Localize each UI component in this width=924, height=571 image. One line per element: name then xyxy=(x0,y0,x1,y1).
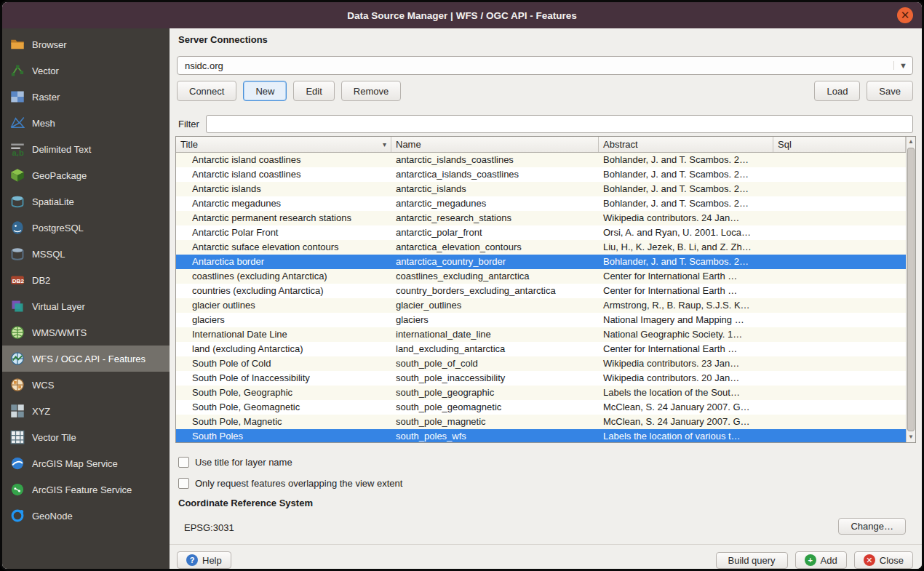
cell-name: antarctic_polar_front xyxy=(391,225,599,240)
cell-abstract: Center for International Earth … xyxy=(599,269,773,284)
window-close-button[interactable]: ✕ xyxy=(897,7,913,23)
data-source-manager-window: Data Source Manager | WFS / OGC API - Fe… xyxy=(0,0,924,571)
load-button[interactable]: Load xyxy=(814,81,860,101)
table-row[interactable]: coastlines (excluding Antarctica) coastl… xyxy=(176,269,906,284)
edit-button[interactable]: Edit xyxy=(293,81,334,101)
filter-label: Filter xyxy=(178,119,199,129)
scrollbar-thumb[interactable] xyxy=(907,148,915,431)
browser-icon xyxy=(9,36,25,52)
sidebar-item-arcgis-feature-service[interactable]: ArcGIS Feature Service xyxy=(2,476,170,503)
sidebar-item-spatialite[interactable]: SpatiaLite xyxy=(2,188,170,215)
table-row[interactable]: Antarctic island coastlines antarctic_is… xyxy=(176,153,906,167)
table-row[interactable]: Antarctic megadunes antarctic_megadunes … xyxy=(176,196,906,211)
connection-selected-value: nsidc.org xyxy=(178,60,893,71)
table-row[interactable]: Antarctic suface elevation contours anta… xyxy=(176,240,906,255)
sidebar-item-wms-wmts[interactable]: WMS/WMTS xyxy=(2,319,170,346)
connection-buttons-row: Connect New Edit Remove Load Save xyxy=(177,81,913,101)
sidebar-item-raster[interactable]: Raster xyxy=(2,84,170,110)
table-row[interactable]: land (excluding Antarctica) land_excludi… xyxy=(176,342,906,356)
sidebar-item-mesh[interactable]: Mesh xyxy=(2,110,170,136)
table-row[interactable]: countries (excluding Antarctica) country… xyxy=(176,284,906,298)
table-row[interactable]: South Pole of Cold south_pole_of_cold Wi… xyxy=(176,356,906,371)
sidebar-item-delimited-text[interactable]: a,b Delimited Text xyxy=(2,136,170,162)
help-button[interactable]: ? Help xyxy=(177,551,231,569)
table-row[interactable]: South Pole, Geomagnetic south_pole_geoma… xyxy=(176,400,906,415)
save-button[interactable]: Save xyxy=(867,81,913,101)
filter-input[interactable] xyxy=(206,115,913,133)
scroll-up-icon[interactable]: ▲ xyxy=(907,137,915,147)
layers-table-body: Antarctic island coastlines antarctic_is… xyxy=(176,153,906,442)
cell-name: international_date_line xyxy=(391,327,599,342)
cell-sql xyxy=(773,255,906,269)
table-row[interactable]: Antarctic Polar Front antarctic_polar_fr… xyxy=(176,225,906,240)
sidebar-item-vector[interactable]: Vector xyxy=(2,57,170,84)
sidebar-item-xyz[interactable]: XYZ xyxy=(2,398,170,424)
cell-sql xyxy=(773,153,906,167)
cell-name: south_pole_geomagnetic xyxy=(391,400,599,415)
sidebar-item-label: Virtual Layer xyxy=(32,301,85,312)
sidebar-item-geonode[interactable]: GeoNode xyxy=(2,503,170,529)
geonode-icon xyxy=(9,508,25,524)
connection-select[interactable]: nsidc.org ▼ xyxy=(177,56,913,75)
table-row[interactable]: glacier outlines glacier_outlines Armstr… xyxy=(176,298,906,313)
sidebar-item-label: Raster xyxy=(32,92,60,103)
cell-name: antarctic_research_stations xyxy=(391,211,599,225)
sidebar-item-browser[interactable]: Browser xyxy=(2,31,170,57)
overlap-extent-checkbox[interactable] xyxy=(178,478,189,489)
cell-sql xyxy=(773,284,906,298)
new-button[interactable]: New xyxy=(243,81,287,101)
svg-text:a,b: a,b xyxy=(12,148,24,156)
sidebar-item-wcs[interactable]: WCS xyxy=(2,372,170,398)
sidebar-item-db2[interactable]: DB2 DB2 xyxy=(2,267,170,293)
crs-change-button[interactable]: Change… xyxy=(838,518,906,535)
sidebar-item-vector-tile[interactable]: Vector Tile xyxy=(2,424,170,450)
table-row[interactable]: South Pole, Magnetic south_pole_magnetic… xyxy=(176,415,906,429)
cell-title: land (excluding Antarctica) xyxy=(176,342,391,356)
sidebar-item-label: MSSQL xyxy=(32,249,65,260)
footer-bar: ? Help Build query + Add ✕ Close xyxy=(177,550,913,570)
table-row[interactable]: International Date Line international_da… xyxy=(176,327,906,342)
sidebar-item-postgresql[interactable]: PostgreSQL xyxy=(2,215,170,241)
cell-abstract: Bohlander, J. and T. Scambos. 2… xyxy=(599,182,773,196)
vector-icon xyxy=(9,63,25,79)
table-row[interactable]: glaciers glaciers National Imagery and M… xyxy=(176,313,906,327)
cell-title: South Pole of Cold xyxy=(176,356,391,371)
cell-abstract: Labels the location of the Sout… xyxy=(599,386,773,400)
build-query-button[interactable]: Build query xyxy=(716,552,788,569)
cell-name: south_pole_magnetic xyxy=(391,415,599,429)
connect-button[interactable]: Connect xyxy=(177,81,236,101)
sidebar: Browser Vector Raster Mesh a,b Delimited… xyxy=(2,28,170,569)
column-header-title[interactable]: Title ▾ xyxy=(176,137,391,152)
table-row[interactable]: Antarctic permanent research stations an… xyxy=(176,211,906,225)
use-title-checkbox[interactable] xyxy=(178,457,189,468)
column-header-sql[interactable]: Sql xyxy=(773,137,906,152)
column-header-name[interactable]: Name xyxy=(391,137,599,152)
vertical-scrollbar[interactable]: ▲ ▼ xyxy=(906,137,915,442)
table-row[interactable]: South Pole of Inaccessibility south_pole… xyxy=(176,371,906,386)
cell-abstract: Wikipedia contributors. 23 Jan… xyxy=(599,356,773,371)
add-button[interactable]: + Add xyxy=(795,551,847,569)
sidebar-item-label: GeoNode xyxy=(32,511,73,522)
table-row[interactable]: Antarctic island coastlines antarctica_i… xyxy=(176,167,906,182)
close-button[interactable]: ✕ Close xyxy=(854,551,913,569)
overlap-extent-label: Only request features overlapping the vi… xyxy=(195,478,402,489)
cell-title: glacier outlines xyxy=(176,298,391,313)
sidebar-item-virtual-layer[interactable]: Virtual Layer xyxy=(2,293,170,319)
column-header-abstract[interactable]: Abstract xyxy=(599,137,773,152)
sidebar-item-arcgis-map-service[interactable]: ArcGIS Map Service xyxy=(2,450,170,476)
remove-button[interactable]: Remove xyxy=(341,81,401,101)
cell-title: South Pole of Inaccessibility xyxy=(176,371,391,386)
cell-name: glaciers xyxy=(391,313,599,327)
sidebar-item-geopackage[interactable]: GeoPackage xyxy=(2,162,170,188)
table-row[interactable]: Antarctic islands antarctic_islands Bohl… xyxy=(176,182,906,196)
table-row[interactable]: Antarctica border antarctica_country_bor… xyxy=(176,255,906,269)
cell-sql xyxy=(773,371,906,386)
table-row[interactable]: South Poles south_poles_wfs Labels the l… xyxy=(176,429,906,442)
sidebar-item-mssql[interactable]: MSSQL xyxy=(2,241,170,267)
cell-title: Antarctic Polar Front xyxy=(176,225,391,240)
filter-row: Filter xyxy=(178,114,913,133)
sidebar-item-wfs-ogc-api-features[interactable]: WFS / OGC API - Features xyxy=(2,346,170,372)
scroll-down-icon[interactable]: ▼ xyxy=(907,432,915,442)
table-row[interactable]: South Pole, Geographic south_pole_geogra… xyxy=(176,386,906,400)
sidebar-item-label: Browser xyxy=(32,39,67,50)
